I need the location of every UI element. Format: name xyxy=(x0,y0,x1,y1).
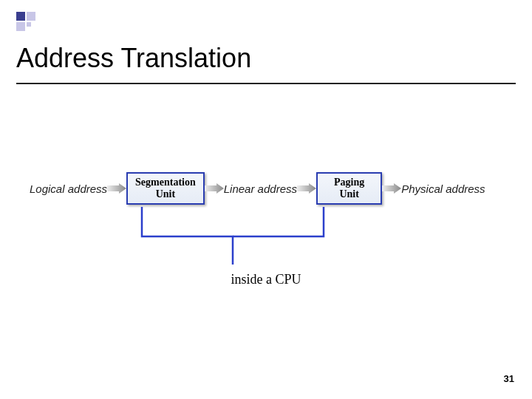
arrow-icon xyxy=(205,183,224,194)
arrow-icon xyxy=(382,183,401,194)
translation-diagram: Logical address Segmentation Unit Linear… xyxy=(0,170,532,318)
segmentation-unit-box: Segmentation Unit xyxy=(126,172,205,205)
svg-marker-1 xyxy=(205,183,224,194)
slide: Address Translation Logical address Segm… xyxy=(0,0,532,399)
paging-unit-box: Paging Unit xyxy=(316,172,382,205)
diagram-row: Logical address Segmentation Unit Linear… xyxy=(30,170,502,207)
page-number: 31 xyxy=(504,373,514,384)
title-rule xyxy=(16,83,516,84)
inside-cpu-caption: inside a CPU xyxy=(0,272,532,287)
svg-marker-3 xyxy=(382,183,401,194)
segmentation-unit-line2: Unit xyxy=(135,188,196,200)
segmentation-unit-line1: Segmentation xyxy=(135,177,196,188)
page-title: Address Translation xyxy=(16,43,251,74)
logical-address-label: Logical address xyxy=(30,183,107,195)
arrow-icon xyxy=(107,183,126,194)
linear-address-label: Linear address xyxy=(224,183,297,195)
paging-unit-line2: Unit xyxy=(334,188,364,200)
cpu-bracket-icon xyxy=(127,207,338,266)
physical-address-label: Physical address xyxy=(401,183,485,195)
svg-marker-0 xyxy=(107,183,126,194)
paging-unit-line1: Paging xyxy=(334,177,364,188)
arrow-icon xyxy=(297,183,316,194)
svg-marker-2 xyxy=(297,183,316,194)
